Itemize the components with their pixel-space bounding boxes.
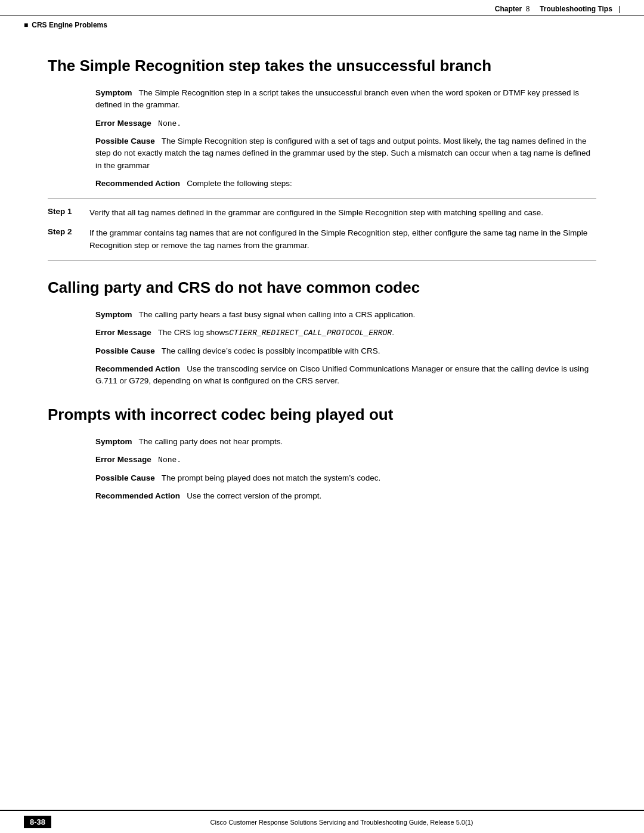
divider-2	[48, 260, 596, 261]
section2-heading: Calling party and CRS do not have common…	[48, 278, 596, 297]
section1-symptom: Symptom The Simple Recognition step in a…	[95, 87, 596, 112]
cause-label-2: Possible Cause	[95, 346, 155, 355]
action-text-1: Complete the following steps:	[182, 179, 292, 188]
main-content: The Simple Recognition step takes the un…	[0, 33, 644, 557]
section2-cause: Possible Cause The calling device’s code…	[95, 345, 596, 357]
step-1-text: Verify that all tag names defined in the…	[89, 207, 596, 219]
page-number: 8-38	[24, 816, 51, 828]
header-bar: Chapter 8 Troubleshooting Tips |	[0, 0, 644, 16]
section3-cause: Possible Cause The prompt being played d…	[95, 472, 596, 484]
section3-action: Recommended Action Use the correct versi…	[95, 490, 596, 502]
sub-section-label: CRS Engine Problems	[32, 21, 107, 29]
cause-text-3: The prompt being played does not match t…	[157, 473, 381, 482]
error-text-3: None.	[154, 455, 182, 464]
cause-label-1: Possible Cause	[95, 137, 155, 145]
section2-content: Symptom The calling party hears a fast b…	[95, 309, 596, 388]
symptom-text-1: The Simple Recognition step in a script …	[95, 88, 579, 109]
header-title: Troubleshooting Tips	[540, 5, 612, 13]
section1-content: Symptom The Simple Recognition step in a…	[95, 87, 596, 190]
symptom-label-1: Symptom	[95, 88, 132, 97]
section1-error: Error Message None.	[95, 117, 596, 130]
step-1-label: Step 1	[48, 207, 89, 216]
section1-action: Recommended Action Complete the followin…	[95, 178, 596, 190]
action-label-2: Recommended Action	[95, 364, 180, 373]
step-2-label: Step 2	[48, 227, 89, 236]
step-2-text: If the grammar contains tag names that a…	[89, 227, 596, 252]
symptom-label-3: Symptom	[95, 437, 132, 446]
section3-heading: Prompts with incorrect codec being playe…	[48, 405, 596, 424]
section2-symptom: Symptom The calling party hears a fast b…	[95, 309, 596, 321]
cause-label-3: Possible Cause	[95, 473, 155, 482]
symptom-label-2: Symptom	[95, 310, 132, 319]
error-label-2: Error Message	[95, 328, 151, 337]
cause-text-2: The calling device’s codec is possibly i…	[157, 346, 380, 355]
section2-error: Error Message The CRS log showsCTIERR_RE…	[95, 327, 596, 339]
error-text-1: None.	[154, 119, 182, 128]
step-2-row: Step 2 If the grammar contains tag names…	[48, 227, 596, 252]
section3-error: Error Message None.	[95, 454, 596, 466]
error-label-1: Error Message	[95, 119, 151, 128]
section3-symptom: Symptom The calling party does not hear …	[95, 436, 596, 448]
header-chapter: Chapter 8 Troubleshooting Tips |	[495, 5, 620, 13]
section3-content: Symptom The calling party does not hear …	[95, 436, 596, 502]
error-label-3: Error Message	[95, 455, 151, 464]
section2-action: Recommended Action Use the transcoding s…	[95, 363, 596, 388]
cause-text-1: The Simple Recognition step is configure…	[95, 137, 590, 170]
action-label-1: Recommended Action	[95, 179, 180, 188]
footer-book-title: Cisco Customer Response Solutions Servic…	[63, 819, 620, 826]
symptom-text-3: The calling party does not hear prompts.	[134, 437, 283, 446]
step-1-row: Step 1 Verify that all tag names defined…	[48, 207, 596, 219]
error-text-2-prefix: The CRS log showsCTIERR_REDIRECT_CALL_PR…	[154, 328, 394, 337]
page-container: Chapter 8 Troubleshooting Tips | ■ CRS E…	[0, 0, 644, 833]
section1-steps: Step 1 Verify that all tag names defined…	[48, 207, 596, 252]
symptom-text-2: The calling party hears a fast busy sign…	[134, 310, 415, 319]
bullet-icon: ■	[24, 21, 28, 29]
action-text-3: Use the correct version of the prompt.	[182, 491, 321, 500]
action-label-3: Recommended Action	[95, 491, 180, 500]
footer: 8-38 Cisco Customer Response Solutions S…	[0, 810, 644, 833]
chapter-label: Chapter	[495, 5, 522, 13]
section1-heading: The Simple Recognition step takes the un…	[48, 57, 596, 75]
divider-1	[48, 198, 596, 199]
sub-header: ■ CRS Engine Problems	[0, 18, 644, 33]
section1-cause: Possible Cause The Simple Recognition st…	[95, 135, 596, 172]
